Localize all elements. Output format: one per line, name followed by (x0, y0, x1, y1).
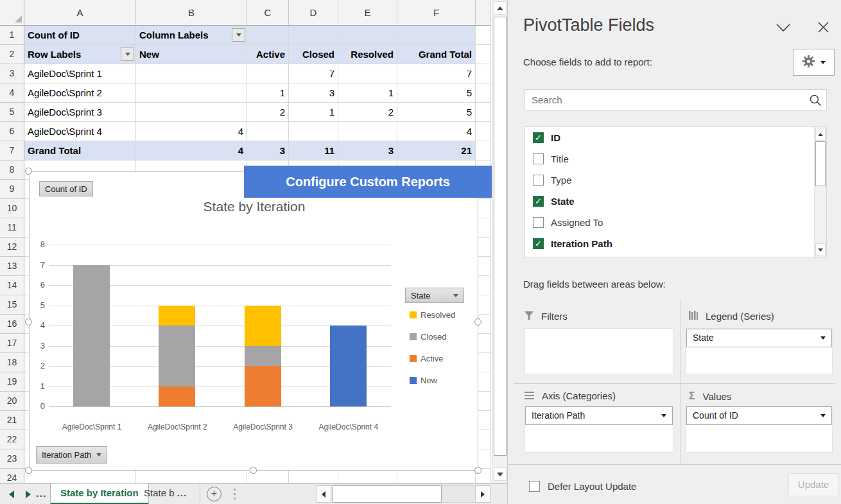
row-header-6[interactable]: 6 (0, 122, 24, 141)
cell[interactable]: New (136, 45, 247, 64)
update-button[interactable]: Update (788, 473, 838, 496)
row-header-20[interactable]: 20 (0, 392, 24, 411)
cell[interactable]: 3 (289, 83, 338, 103)
field-checkbox[interactable]: ✓ (533, 238, 544, 249)
cell[interactable]: 21 (397, 141, 476, 161)
cell[interactable]: Grand Total (24, 141, 136, 161)
column-header-A[interactable]: A (24, 0, 136, 25)
chart-handle-bottom-left[interactable] (25, 467, 32, 474)
row-header-14[interactable]: 14 (0, 276, 24, 295)
cell[interactable]: 4 (136, 122, 247, 141)
row-header-7[interactable]: 7 (0, 141, 24, 161)
cell[interactable] (476, 64, 491, 83)
tab-state-by-partial[interactable]: State b ... (136, 483, 200, 504)
cell[interactable]: 3 (247, 141, 289, 161)
cell[interactable]: Grand Total (397, 45, 476, 64)
cell[interactable] (136, 64, 247, 83)
chart-legend-field-button[interactable]: State (405, 288, 464, 303)
field-list-scrollbar[interactable] (814, 127, 826, 257)
new-sheet-button[interactable]: + (207, 487, 221, 501)
cell[interactable] (289, 469, 338, 483)
scroll-up-button[interactable] (494, 1, 507, 15)
cell[interactable]: Closed (289, 45, 338, 64)
bar-active-3[interactable] (245, 366, 281, 406)
tab-state-by-iteration[interactable]: State by Iteration (50, 483, 149, 504)
row-header-16[interactable]: 16 (0, 315, 24, 334)
chart-value-field-button[interactable]: Count of ID (39, 181, 93, 196)
pivot-filter-dropdown[interactable] (121, 48, 134, 61)
bar-resolved-2[interactable] (159, 306, 195, 326)
field-checkbox[interactable] (533, 175, 544, 186)
cell[interactable]: 3 (338, 141, 397, 161)
legend-item-closed[interactable]: Closed (410, 326, 455, 347)
field-item-type[interactable]: Type (525, 169, 826, 191)
pivot-filter-dropdown[interactable] (232, 28, 245, 42)
values-drop-zone[interactable]: Count of ID (686, 406, 833, 453)
values-field-pill[interactable]: Count of ID (686, 406, 832, 425)
row-header-23[interactable]: 23 (0, 449, 24, 469)
cell[interactable]: AgileDoc\Sprint 1 (24, 64, 136, 83)
field-item-state[interactable]: ✓State (525, 191, 826, 212)
chart-handle-mid-left[interactable] (25, 318, 32, 326)
cell[interactable] (476, 122, 491, 141)
select-all-corner[interactable] (0, 0, 24, 25)
cell[interactable]: Row Labels (24, 45, 136, 64)
row-header-8[interactable]: 8 (0, 161, 24, 180)
row-header-10[interactable]: 10 (0, 199, 24, 218)
cell[interactable]: 2 (338, 103, 397, 122)
chart-handle-bottom-mid[interactable] (250, 467, 257, 474)
cell[interactable] (247, 122, 289, 141)
chart-handle-top-left[interactable] (25, 168, 32, 175)
cell[interactable] (136, 469, 247, 483)
cell[interactable]: AgileDoc\Sprint 3 (24, 103, 136, 122)
cell[interactable] (476, 141, 491, 161)
cell[interactable] (338, 469, 397, 483)
filters-drop-zone[interactable] (525, 328, 673, 374)
scroll-down-button[interactable] (815, 243, 826, 256)
tools-button[interactable] (793, 49, 835, 76)
search-input[interactable] (525, 89, 827, 110)
row-header-13[interactable]: 13 (0, 257, 24, 276)
row-header-15[interactable]: 15 (0, 295, 24, 315)
cell[interactable] (136, 103, 247, 122)
cell[interactable]: 1 (338, 83, 397, 103)
column-header-F[interactable]: F (397, 0, 476, 25)
cell[interactable] (338, 122, 397, 141)
row-header-21[interactable]: 21 (0, 411, 24, 430)
legend-item-resolved[interactable]: Resolved (410, 304, 455, 326)
row-header-24[interactable]: 24 (0, 469, 24, 483)
field-list-scroll-thumb[interactable] (815, 141, 826, 186)
column-header-E[interactable]: E (338, 0, 397, 25)
bar-closed-3[interactable] (245, 346, 281, 367)
cell[interactable] (476, 83, 491, 103)
row-header-22[interactable]: 22 (0, 430, 24, 449)
field-checkbox[interactable]: ✓ (533, 196, 544, 207)
cell[interactable] (476, 103, 491, 122)
chevron-down-icon[interactable] (776, 23, 790, 35)
cell[interactable] (289, 26, 338, 45)
row-header-11[interactable]: 11 (0, 218, 24, 238)
row-header-18[interactable]: 18 (0, 353, 24, 372)
axis-drop-zone[interactable]: Iteration Path (525, 406, 673, 453)
row-header-4[interactable]: 4 (0, 83, 24, 103)
chart-handle-bottom-right[interactable] (474, 467, 481, 474)
cell[interactable]: AgileDoc\Sprint 2 (24, 83, 136, 103)
bar-active-2[interactable] (159, 387, 195, 407)
cell[interactable] (338, 64, 397, 83)
scroll-up-button[interactable] (815, 128, 826, 141)
cell[interactable] (136, 83, 247, 103)
cell[interactable]: Column Labels (136, 26, 247, 45)
legend-field-pill[interactable]: State (686, 329, 832, 347)
pivot-chart[interactable]: State by Iteration Count of ID State Res… (29, 171, 478, 471)
field-checkbox[interactable]: ✓ (533, 132, 544, 143)
cell[interactable]: 7 (289, 64, 338, 83)
row-header-3[interactable]: 3 (0, 64, 24, 83)
field-item-title[interactable]: Title (525, 148, 826, 169)
tab-splitter-handle[interactable] (234, 489, 236, 500)
column-header-D[interactable]: D (289, 0, 338, 25)
cell[interactable]: 5 (397, 83, 476, 103)
cell[interactable]: 7 (397, 64, 476, 83)
close-icon[interactable] (818, 22, 829, 35)
field-item-assigned-to[interactable]: Assigned To (525, 212, 826, 233)
cell[interactable]: Resolved (338, 45, 397, 64)
